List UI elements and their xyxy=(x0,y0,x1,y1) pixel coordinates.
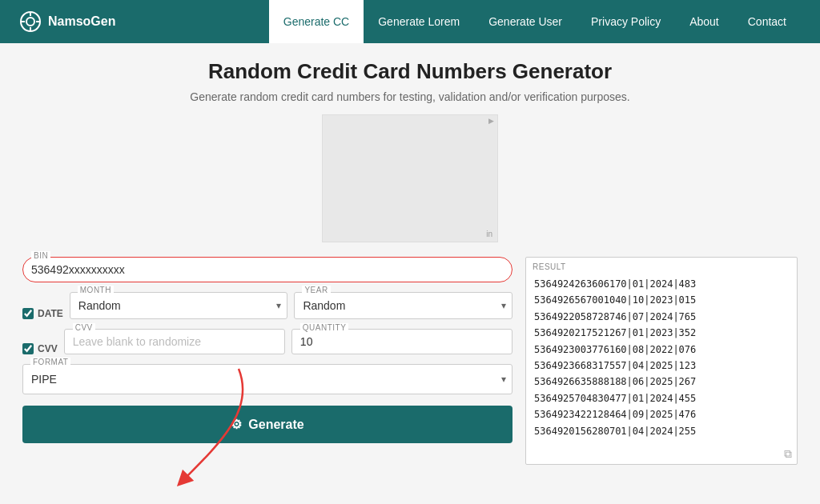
nav-privacy-policy[interactable]: Privacy Policy xyxy=(577,0,675,43)
format-label: FORMAT xyxy=(30,358,70,366)
result-section: RESULT 5364924263606170|01|2024|48353649… xyxy=(525,257,798,465)
year-select[interactable]: Random 20222023202420252026 xyxy=(294,292,512,319)
format-select-wrapper: FORMAT PIPE CSV JSON xyxy=(22,364,512,394)
form-section: BIN DATE MONTH Random 010203 040506 0708… xyxy=(22,257,512,443)
month-label: MONTH xyxy=(78,286,114,294)
date-check-wrap: DATE xyxy=(22,300,63,319)
logo-icon xyxy=(19,10,42,33)
generate-button[interactable]: ⚙ Generate xyxy=(22,406,512,443)
page-subtitle: Generate random credit card numbers for … xyxy=(22,90,798,103)
ad-label: ▶ xyxy=(485,115,497,126)
year-select-wrapper: YEAR Random 20222023202420252026 xyxy=(294,292,512,319)
nav-contact[interactable]: Contact xyxy=(734,0,801,43)
generate-button-label: Generate xyxy=(248,418,303,432)
copy-icon[interactable]: ⧉ xyxy=(784,447,792,461)
bin-input[interactable] xyxy=(31,263,504,276)
nav-links: Generate CC Generate Lorem Generate User… xyxy=(269,0,801,43)
quantity-label: QUANTITY xyxy=(300,323,349,332)
quantity-input[interactable] xyxy=(300,335,504,348)
date-checkbox[interactable] xyxy=(22,308,34,319)
result-content: 5364924263606170|01|2024|483536492656700… xyxy=(529,274,794,441)
cvv-field-group: CVV xyxy=(64,329,285,354)
format-select[interactable]: PIPE CSV JSON xyxy=(22,364,512,394)
nav-generate-lorem[interactable]: Generate Lorem xyxy=(364,0,474,43)
main-content: Random Credit Card Numbers Generator Gen… xyxy=(10,43,810,489)
quantity-field-group: QUANTITY xyxy=(291,329,512,354)
logo[interactable]: NamsoGen xyxy=(19,10,115,33)
generate-gear-icon: ⚙ xyxy=(231,417,242,432)
svg-point-1 xyxy=(26,18,34,26)
cvv-check-label: CVV xyxy=(38,343,58,354)
navbar: NamsoGen Generate CC Generate Lorem Gene… xyxy=(0,0,820,43)
bin-label: BIN xyxy=(31,251,50,260)
date-row: DATE MONTH Random 010203 040506 070809 1… xyxy=(22,292,512,319)
year-label: YEAR xyxy=(302,286,330,294)
month-select-wrapper: MONTH Random 010203 040506 070809 101112 xyxy=(70,292,288,319)
cvv-field-label: CVV xyxy=(73,323,95,332)
form-result-row: BIN DATE MONTH Random 010203 040506 0708… xyxy=(22,257,798,465)
ad-area: ▶ in xyxy=(322,114,498,242)
cvv-row: CVV CVV QUANTITY xyxy=(22,329,512,354)
nav-about[interactable]: About xyxy=(675,0,734,43)
cvv-check-wrap: CVV xyxy=(22,335,58,354)
date-check-label: DATE xyxy=(38,308,63,319)
bin-field-group: BIN xyxy=(22,257,512,282)
result-label: RESULT xyxy=(529,262,794,274)
cvv-checkbox[interactable] xyxy=(22,343,34,354)
nav-generate-user[interactable]: Generate User xyxy=(474,0,577,43)
page-title: Random Credit Card Numbers Generator xyxy=(22,59,798,84)
nav-generate-cc[interactable]: Generate CC xyxy=(269,0,364,43)
cvv-input[interactable] xyxy=(73,335,276,348)
month-select[interactable]: Random 010203 040506 070809 101112 xyxy=(70,292,288,319)
ad-bottom-icon: in xyxy=(481,226,497,242)
